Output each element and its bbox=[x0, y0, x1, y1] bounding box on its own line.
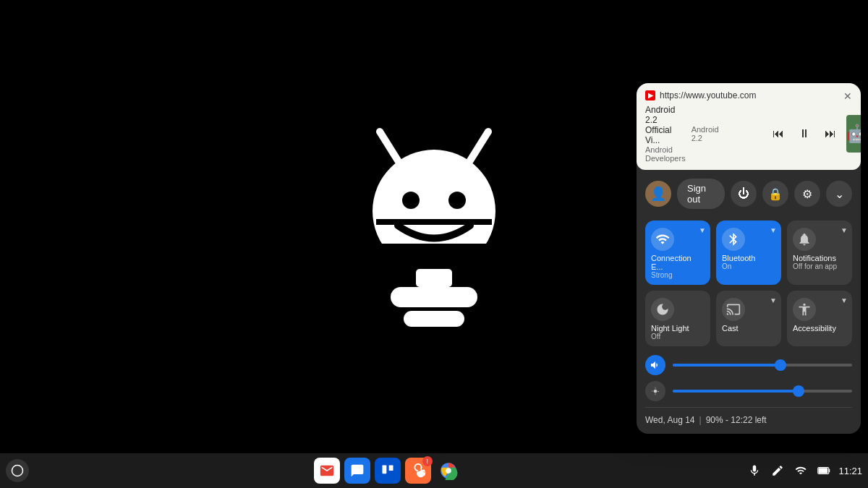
battery-icon bbox=[815, 462, 833, 479]
svg-rect-11 bbox=[382, 466, 386, 474]
media-controls: ⏮ ⏸ ⏭ bbox=[768, 124, 841, 144]
bluetooth-toggle[interactable]: ▼ Bluetooth On bbox=[716, 221, 781, 285]
media-badge: Android 2.2 bbox=[692, 125, 719, 142]
user-avatar[interactable]: 👤 bbox=[645, 181, 671, 207]
volume-slider-row bbox=[645, 355, 852, 375]
wifi-icon bbox=[651, 228, 674, 251]
expand-button[interactable]: ⌄ bbox=[826, 181, 852, 207]
accessibility-icon bbox=[793, 298, 816, 321]
svg-point-15 bbox=[446, 468, 451, 474]
notifications-toggle[interactable]: ▼ Notifications Off for an app bbox=[787, 221, 852, 285]
taskbar-right: 11:21 bbox=[746, 462, 862, 479]
qs-bottom-bar: Wed, Aug 14 | 90% - 12:22 left bbox=[645, 407, 852, 425]
nightlight-toggle[interactable]: Night Light Off bbox=[645, 291, 710, 346]
nightlight-icon bbox=[651, 298, 674, 321]
svg-point-4 bbox=[448, 192, 466, 209]
svg-rect-17 bbox=[829, 469, 830, 473]
wifi-status: Strong bbox=[651, 271, 705, 279]
wifi-name: Connection E... bbox=[651, 254, 705, 271]
lock-button[interactable]: 🔒 bbox=[762, 181, 788, 207]
desktop: ▶ https://www.youtube.com ✕ Android 2.2 … bbox=[0, 0, 868, 488]
media-artist: Android Developers bbox=[645, 145, 686, 163]
svg-point-3 bbox=[402, 192, 420, 209]
sign-out-button[interactable]: Sign out bbox=[677, 179, 725, 209]
taskbar-left bbox=[6, 459, 29, 482]
android-mascot bbox=[333, 117, 535, 348]
taskbar-apps: ! bbox=[29, 458, 746, 484]
media-card: ▶ https://www.youtube.com ✕ Android 2.2 … bbox=[637, 83, 861, 170]
svg-rect-8 bbox=[391, 287, 477, 307]
wifi-toggle[interactable]: ▼ Connection E... Strong bbox=[645, 221, 710, 285]
settings-badge: ! bbox=[422, 456, 433, 466]
pause-button[interactable]: ⏸ bbox=[794, 124, 814, 144]
brightness-icon[interactable] bbox=[645, 381, 665, 401]
toggle-grid: ▼ Connection E... Strong ▼ Bluetooth On bbox=[645, 221, 852, 346]
rewind-button[interactable]: ⏮ bbox=[768, 124, 788, 144]
trello-app-icon[interactable] bbox=[375, 458, 401, 484]
accessibility-arrow: ▼ bbox=[841, 296, 848, 304]
svg-rect-9 bbox=[404, 311, 464, 327]
notifications-icon bbox=[793, 228, 816, 251]
brightness-slider-row bbox=[645, 381, 852, 401]
settings-button[interactable]: ⚙ bbox=[794, 181, 820, 207]
nightlight-status: Off bbox=[651, 333, 705, 341]
svg-line-1 bbox=[470, 132, 488, 160]
bluetooth-icon bbox=[722, 228, 745, 251]
bluetooth-status: On bbox=[722, 262, 775, 270]
time-display: 11:21 bbox=[838, 466, 862, 476]
notifications-status: Off for an app bbox=[793, 262, 846, 270]
network-status-icon[interactable] bbox=[792, 462, 809, 479]
wifi-arrow: ▼ bbox=[699, 226, 706, 234]
svg-rect-6 bbox=[373, 244, 495, 273]
launcher-button[interactable] bbox=[6, 459, 29, 482]
volume-slider[interactable] bbox=[673, 364, 852, 367]
youtube-favicon: ▶ bbox=[645, 90, 655, 100]
forward-button[interactable]: ⏭ bbox=[820, 124, 841, 144]
chrome-app-icon[interactable] bbox=[435, 458, 461, 484]
power-button[interactable]: ⏻ bbox=[731, 181, 757, 207]
qs-inner: 👤 Sign out ⏻ 🔒 ⚙ ⌄ ▼ Connection E... Str… bbox=[637, 170, 861, 434]
cast-icon bbox=[722, 298, 745, 321]
chat-app-icon[interactable] bbox=[344, 458, 370, 484]
svg-rect-7 bbox=[416, 269, 452, 287]
volume-icon[interactable] bbox=[645, 355, 665, 375]
nightlight-name: Night Light bbox=[651, 324, 705, 333]
bluetooth-name: Bluetooth bbox=[722, 254, 775, 262]
svg-rect-18 bbox=[819, 468, 828, 474]
cast-arrow: ▼ bbox=[770, 296, 777, 304]
mic-icon[interactable] bbox=[746, 462, 763, 479]
svg-point-10 bbox=[12, 466, 23, 476]
qs-top-row: 👤 Sign out ⏻ 🔒 ⚙ ⌄ bbox=[645, 179, 852, 209]
bluetooth-arrow: ▼ bbox=[770, 226, 777, 234]
brightness-slider[interactable] bbox=[673, 390, 852, 393]
notifications-arrow: ▼ bbox=[841, 226, 848, 234]
svg-rect-12 bbox=[388, 466, 393, 471]
cast-name: Cast bbox=[722, 324, 775, 333]
stylus-icon[interactable] bbox=[769, 462, 786, 479]
notifications-name: Notifications bbox=[793, 254, 846, 262]
cast-toggle[interactable]: ▼ Cast bbox=[716, 291, 781, 346]
media-thumbnail: 🤖 bbox=[846, 115, 861, 153]
battery-display: 90% - 12:22 left bbox=[706, 415, 767, 425]
quick-settings-panel: ▶ https://www.youtube.com ✕ Android 2.2 … bbox=[637, 83, 861, 434]
media-url: https://www.youtube.com bbox=[660, 90, 852, 100]
gmail-app-icon[interactable] bbox=[314, 458, 340, 484]
accessibility-toggle[interactable]: ▼ Accessibility bbox=[787, 291, 852, 346]
date-display: Wed, Aug 14 bbox=[645, 415, 695, 425]
settings-app-icon[interactable]: ! bbox=[405, 458, 431, 484]
svg-line-0 bbox=[380, 132, 398, 160]
media-close-button[interactable]: ✕ bbox=[841, 89, 855, 103]
accessibility-name: Accessibility bbox=[793, 324, 846, 333]
taskbar: ! bbox=[0, 453, 868, 488]
media-title: Android 2.2 Official Vi... bbox=[645, 105, 686, 145]
